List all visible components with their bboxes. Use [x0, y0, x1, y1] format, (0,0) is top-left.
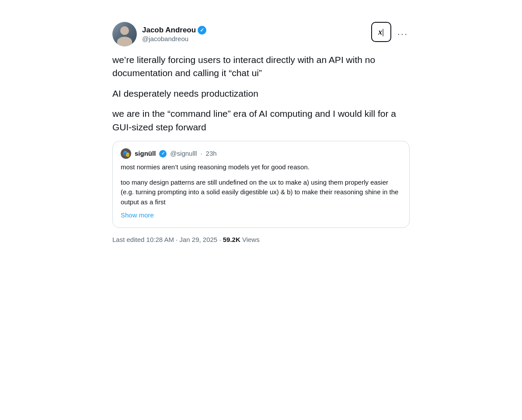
- quote-time: 23h: [206, 149, 217, 158]
- tweet-body: we’re literally forcing users to interac…: [112, 53, 410, 228]
- quote-avatar-image: [121, 148, 131, 159]
- verified-badge-icon: [198, 26, 206, 35]
- quote-verified-badge-icon: [159, 150, 167, 158]
- tweet-meta: Last edited 10:28 AM · Jan 29, 2025 · 59…: [112, 236, 410, 243]
- quote-avatar: [121, 148, 131, 159]
- tweet-card: Jacob Andreou @jacobandreou x| ... we’re…: [112, 13, 410, 252]
- edited-label: Last edited: [112, 236, 144, 243]
- author-name-row: Jacob Andreou: [142, 26, 206, 35]
- quote-author-name: signüll: [135, 149, 156, 158]
- quote-body: most normies aren’t using reasoning mode…: [121, 162, 401, 220]
- tweet-paragraph-2: AI desperately needs productization: [112, 87, 410, 100]
- tweet-date: Jan 29, 2025: [179, 236, 217, 243]
- grok-icon: x|: [378, 28, 384, 37]
- quote-separator: ·: [200, 149, 202, 158]
- tweet-paragraph-3: we are in the “command line” era of AI c…: [112, 107, 410, 134]
- show-more-button[interactable]: Show more: [121, 210, 154, 220]
- tweet-paragraph-1: we’re literally forcing users to interac…: [112, 53, 410, 80]
- quote-header: signüll @signulll · 23h: [121, 148, 401, 159]
- avatar[interactable]: [112, 22, 137, 46]
- more-options-button[interactable]: ...: [396, 24, 410, 39]
- quote-handle: @signulll: [170, 149, 197, 158]
- meta-dot-2: ·: [219, 236, 223, 243]
- author-section: Jacob Andreou @jacobandreou: [112, 22, 206, 46]
- author-name: Jacob Andreou: [142, 26, 196, 35]
- tweet-header: Jacob Andreou @jacobandreou x| ...: [112, 22, 410, 46]
- tweet-actions: x| ...: [371, 22, 410, 42]
- views-label: Views: [242, 236, 260, 243]
- views-count: 59.2K: [223, 236, 240, 243]
- quote-paragraph-1: most normies aren’t using reasoning mode…: [121, 162, 401, 172]
- author-handle[interactable]: @jacobandreou: [142, 35, 206, 42]
- author-info: Jacob Andreou @jacobandreou: [142, 26, 206, 42]
- more-dots-icon: ...: [397, 26, 408, 37]
- quote-paragraph-2: too many design patterns are still undef…: [121, 178, 401, 207]
- quote-tweet[interactable]: signüll @signulll · 23h most normies are…: [112, 141, 410, 228]
- edit-time: 10:28 AM: [146, 236, 174, 243]
- grok-button[interactable]: x|: [371, 22, 391, 42]
